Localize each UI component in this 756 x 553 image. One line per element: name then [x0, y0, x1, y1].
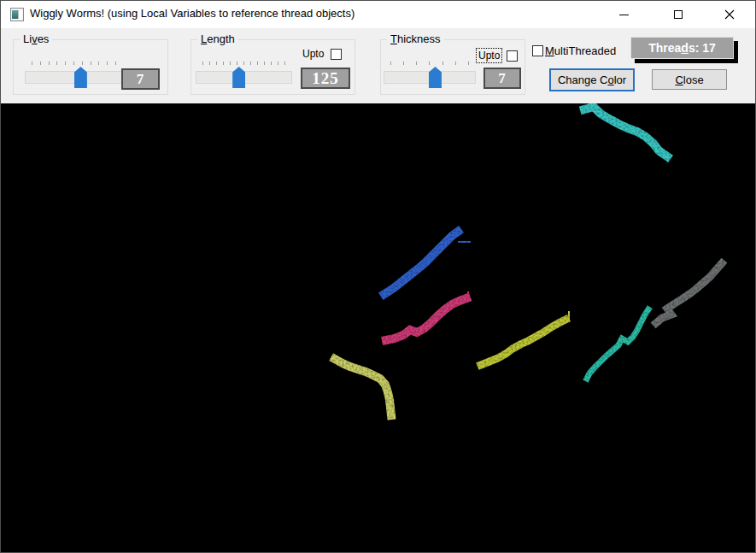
length-value: 125 [301, 68, 350, 89]
titlebar: Wiggly Worms! (using Local Variables to … [1, 1, 755, 28]
teal-worm [587, 309, 648, 379]
tick-marks [390, 62, 469, 65]
close-icon [724, 9, 735, 20]
tick-mark [73, 62, 74, 65]
lives-slider[interactable] [25, 71, 123, 84]
threads-badge-label: Threads: 17 [648, 41, 716, 55]
tick-mark [91, 62, 91, 65]
multithreaded-checkbox[interactable] [532, 45, 543, 56]
lives-groupbox: Lives 7 [13, 39, 168, 95]
tick-mark [416, 62, 417, 65]
tick-mark [115, 62, 116, 65]
tick-mark [264, 62, 265, 65]
thickness-upto-checkbox[interactable] [507, 50, 518, 62]
pink-worm [386, 298, 466, 340]
change-color-button-label: Change Color [558, 74, 626, 86]
thickness-value: 7 [483, 68, 521, 89]
tick-mark [216, 62, 217, 65]
tick-mark [56, 62, 57, 65]
tick-mark [32, 62, 32, 65]
close-button[interactable]: Close [652, 69, 727, 90]
tick-mark [284, 62, 285, 65]
tick-mark [455, 62, 456, 65]
close-button-label: Close [675, 74, 703, 86]
length-upto-checkbox[interactable] [331, 49, 342, 60]
titlebar-close-button[interactable] [710, 1, 749, 28]
threads-badge: Threads: 17 [630, 37, 734, 59]
multithreaded-label: MultiThreaded [545, 44, 616, 57]
tick-mark [98, 62, 99, 65]
tick-mark [278, 62, 278, 65]
length-slider[interactable] [196, 71, 292, 84]
app-window: Wiggly Worms! (using Local Variables to … [0, 0, 756, 553]
cyan-worm [584, 107, 667, 156]
tick-mark [468, 62, 469, 65]
tick-mark [442, 62, 443, 65]
tick-mark [202, 62, 203, 65]
tick-mark [271, 62, 272, 65]
app-icon [10, 8, 24, 21]
worms-drawing [1, 103, 755, 552]
length-groupbox: Length Upto 125 [190, 39, 355, 95]
pale-yellow-worm [335, 359, 391, 415]
tick-mark [82, 62, 83, 65]
thickness-slider-thumb[interactable] [429, 67, 442, 88]
thickness-label: Thickness [387, 32, 444, 45]
tick-mark [223, 62, 224, 65]
tick-mark [429, 62, 430, 65]
lives-label: Lives [20, 32, 52, 45]
tick-mark [209, 62, 210, 65]
gray-worm [656, 263, 722, 323]
tick-mark [65, 62, 66, 65]
tick-mark [250, 62, 251, 65]
thickness-upto-label: Upto [477, 49, 501, 62]
tick-marks [202, 62, 285, 65]
tick-mark [107, 62, 108, 65]
lives-value: 7 [121, 68, 160, 90]
minimize-icon [619, 15, 629, 15]
tick-mark [40, 62, 41, 65]
tick-mark [49, 62, 50, 65]
minimize-button[interactable] [604, 1, 643, 28]
toolbar: Lives 7 Length Upto 125 Thickne [1, 28, 755, 103]
yellow-worm [481, 320, 566, 365]
maximize-button[interactable] [659, 1, 698, 28]
change-color-button[interactable]: Change Color [549, 68, 635, 91]
window-title: Wiggly Worms! (using Local Variables to … [30, 7, 355, 20]
tick-mark [257, 62, 258, 65]
tick-mark [243, 62, 244, 65]
length-label: Length [197, 32, 238, 45]
multithreaded-row: MultiThreaded [532, 44, 616, 57]
length-upto-label: Upto [301, 47, 325, 61]
tick-mark [230, 62, 231, 65]
thickness-slider[interactable] [384, 71, 476, 84]
maximize-icon [674, 10, 683, 19]
tick-mark [237, 62, 237, 65]
tick-marks [32, 62, 116, 65]
thickness-groupbox: Thickness Upto 7 [380, 39, 525, 95]
tick-mark [403, 62, 404, 65]
lives-slider-thumb[interactable] [74, 67, 87, 88]
blue-worm [384, 232, 458, 294]
tick-mark [390, 62, 391, 65]
lives-slider-track[interactable] [25, 71, 123, 84]
worm-canvas [1, 103, 755, 552]
length-slider-thumb[interactable] [232, 67, 245, 88]
